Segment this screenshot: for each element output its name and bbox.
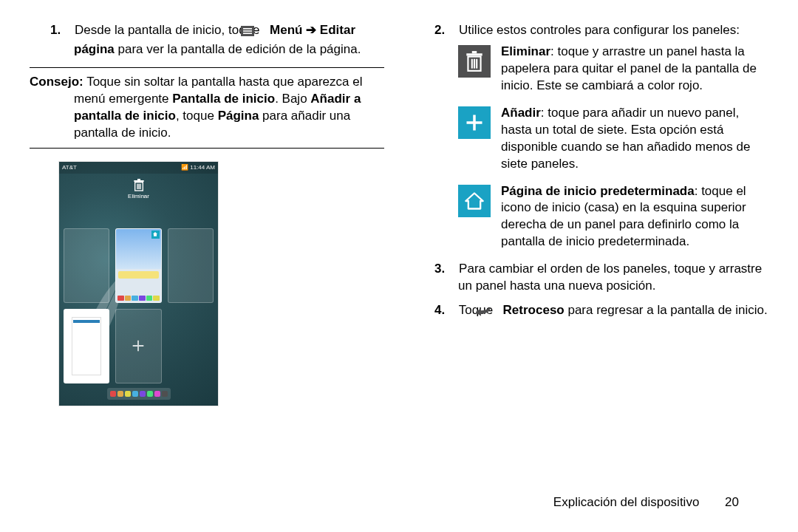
control-home-label: Página de inicio predeterminada [501, 184, 695, 198]
home-icon [458, 185, 491, 217]
svg-rect-2 [243, 30, 252, 32]
delete-label: Eliminar [128, 193, 149, 200]
tip-text-b: Pantalla de inicio [172, 92, 275, 106]
step-3: 3. Para cambiar el orden de los paneles,… [414, 261, 768, 295]
svg-rect-3 [243, 33, 252, 34]
home-panel-3 [168, 228, 214, 303]
trash-icon [59, 178, 218, 191]
step-2-text: Utilice estos controles para configurar … [459, 23, 740, 37]
delete-drop-zone: Eliminar [59, 178, 218, 200]
control-add: Añadir: toque para añadir un nuevo panel… [458, 105, 768, 173]
svg-rect-11 [466, 53, 482, 55]
svg-rect-1 [243, 28, 252, 30]
step-1-text-a: Desde la pantalla de inicio, toque [75, 23, 263, 37]
step-4-text-b: para regresar a la pantalla de inicio. [567, 303, 767, 317]
carrier-label: AT&T [62, 164, 77, 171]
home-panel-4 [64, 309, 109, 383]
control-delete-label: Eliminar [501, 44, 550, 58]
control-add-label: Añadir [501, 106, 541, 120]
add-panel-button [115, 309, 161, 383]
tip-label: Consejo: [30, 75, 83, 89]
page-footer: Explicación del dispositivo 20 [553, 495, 739, 510]
step-1-menu-label: Menú [270, 23, 306, 37]
clock-label: 📶 11:44 AM [181, 164, 215, 171]
svg-rect-12 [472, 51, 477, 53]
step-4: 4. Toque Retroceso para regresar a la pa… [414, 302, 768, 321]
panel-app-row [117, 296, 159, 301]
tip-text-e: , toque [176, 109, 218, 123]
step-2: 2. Utilice estos controles para configur… [414, 22, 768, 39]
status-bar: AT&T 📶 11:44 AM [59, 162, 218, 174]
step-1-number: 1. [50, 23, 61, 37]
plus-icon [458, 106, 491, 139]
tip-text-c: . Bajo [275, 92, 310, 106]
step-2-number: 2. [434, 23, 445, 37]
footer-page-number: 20 [725, 495, 739, 510]
step-4-number: 4. [434, 303, 445, 317]
step-1-text-b: para ver la pantalla de edición de la pá… [118, 42, 361, 56]
control-default-home: Página de inicio predeterminada: toque e… [458, 183, 768, 251]
step-3-text: Para cambiar el orden de los paneles, to… [458, 262, 762, 293]
device-screenshot: AT&T 📶 11:44 AM Eliminar [59, 162, 384, 457]
app-dock [107, 388, 171, 400]
svg-rect-4 [134, 180, 143, 182]
tip-text-f: Página [218, 109, 259, 123]
svg-rect-5 [137, 179, 140, 180]
home-panel-main [115, 228, 161, 303]
step-3-number: 3. [434, 262, 445, 276]
default-home-indicator [151, 231, 160, 239]
home-panel-1 [64, 228, 109, 303]
footer-section: Explicación del dispositivo [553, 495, 700, 509]
control-delete: Eliminar: toque y arrastre un panel hast… [458, 44, 768, 95]
empty-slot [168, 309, 214, 383]
step-4-back-label: Retroceso [503, 303, 565, 317]
trash-icon [458, 45, 491, 78]
step-1: 1. Desde la pantalla de inicio, toque Me… [30, 22, 384, 58]
tip-block: Consejo: Toque sin soltar la pantalla ha… [30, 67, 384, 149]
step-1-arrow: ➔ [306, 23, 316, 37]
